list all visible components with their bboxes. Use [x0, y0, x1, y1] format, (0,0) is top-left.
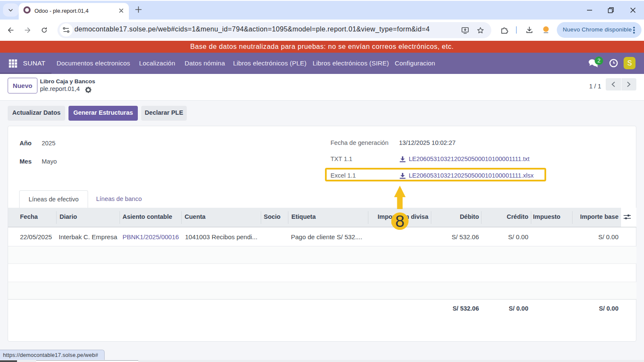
svg-text:8: 8: [395, 212, 405, 230]
